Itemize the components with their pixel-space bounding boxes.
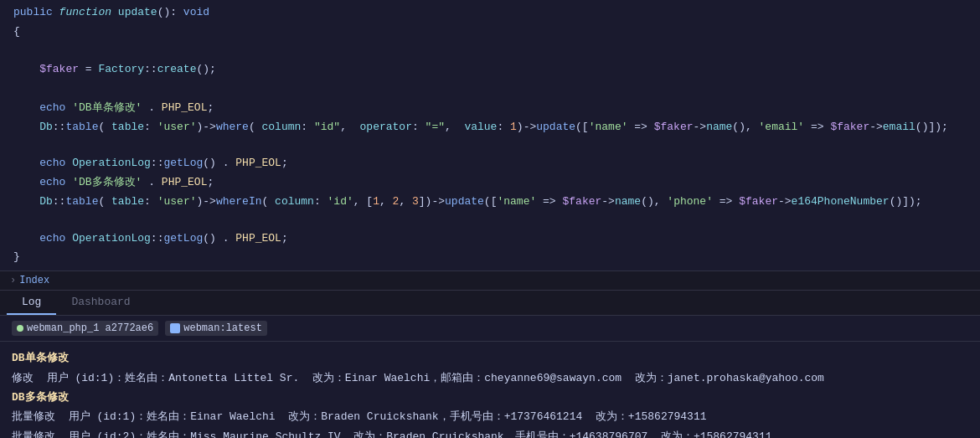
code-line-1: public function update(): void (0, 3, 980, 23)
breadcrumb-separator: › (10, 275, 16, 286)
code-line-5 (0, 80, 980, 99)
code-line-10: Db::table( table: 'user')->whereIn( colu… (0, 193, 980, 229)
log-line-2: DB多条修改 (12, 388, 968, 407)
code-line-7: Db::table( table: 'user')->where( column… (0, 118, 980, 155)
log-content: DB单条修改 修改 用户 (id:1)：姓名由：Antonetta Littel… (0, 342, 980, 438)
log-line-1: 修改 用户 (id:1)：姓名由：Antonetta Littel Sr. 改为… (12, 368, 968, 388)
code-line-12: } (0, 248, 980, 267)
keyword-function: function (59, 4, 118, 22)
code-line-6: echo 'DB单条修改' . PHP_EOL; (0, 99, 980, 118)
function-name: update (118, 4, 157, 22)
code-line-11: echo OperationLog::getLog() . PHP_EOL; (0, 229, 980, 249)
log-line-3: 批量修改 用户 (id:1)：姓名由：Einar Waelchi 改为：Brad… (12, 407, 968, 426)
status-dot-green (17, 325, 23, 332)
log-line-4: 批量修改 用户 (id:2)：姓名由：Miss Maurine Schultz … (12, 427, 968, 438)
keyword-public: public (13, 4, 59, 22)
code-line-9: echo 'DB多条修改' . PHP_EOL; (0, 173, 980, 193)
tab-bar: Log Dashboard (0, 291, 980, 316)
badge-row: webman_php_1 a2772ae6 webman:latest (0, 316, 980, 342)
breadcrumb: › Index (0, 271, 980, 291)
tab-dashboard[interactable]: Dashboard (56, 291, 145, 315)
log-line-0: DB单条修改 (12, 348, 968, 368)
code-line-8: echo OperationLog::getLog() . PHP_EOL; (0, 154, 980, 173)
code-line-2: { (0, 23, 980, 42)
breadcrumb-item-index[interactable]: Index (19, 275, 49, 286)
badge-icon-blue (170, 323, 180, 333)
badge-container-2: webman:latest (165, 321, 267, 336)
badge-label-2: webman:latest (183, 322, 262, 334)
code-line-4: $faker = Factory::create(); (0, 60, 980, 80)
code-editor: public function update(): void { $faker … (0, 0, 980, 271)
badge-label-1: webman_php_1 a2772ae6 (27, 322, 153, 334)
tab-log[interactable]: Log (7, 291, 56, 315)
badge-container-1: webman_php_1 a2772ae6 (12, 321, 158, 336)
code-line-3 (0, 42, 980, 61)
